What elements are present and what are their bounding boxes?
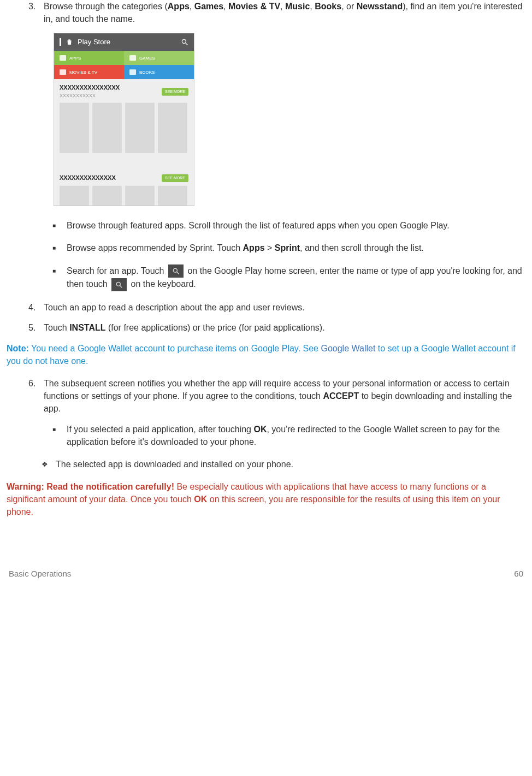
app-tile xyxy=(92,186,122,205)
step-4: 4. Touch an app to read a description ab… xyxy=(28,301,525,314)
note-label: Note: xyxy=(7,344,29,353)
step-text: Touch INSTALL (for free applications) or… xyxy=(44,321,525,334)
section-title: XXXXXXXXXXXXXX xyxy=(60,174,116,183)
bullet-text: Search for an app. Touch on the Google P… xyxy=(67,264,525,292)
phone-categories: APPS GAMES MOVIES & TV BOOKS xyxy=(54,51,194,79)
svg-line-1 xyxy=(186,43,188,45)
phone-section-2: XXXXXXXXXXXXXX SEE MORE xyxy=(54,169,194,205)
app-tile xyxy=(158,186,187,205)
app-tile xyxy=(92,103,122,153)
tile-grid xyxy=(60,103,188,153)
cat-movies: MOVIES & TV xyxy=(54,65,124,79)
bold: Apps xyxy=(168,2,190,11)
footer-page-number: 60 xyxy=(514,568,523,580)
app-tile xyxy=(125,186,155,205)
bold: Newsstand xyxy=(357,2,403,11)
phone-statusbar: Play Store xyxy=(54,33,194,51)
warning-callout: Warning: Read the notification carefully… xyxy=(7,480,525,519)
bold: OK xyxy=(194,495,207,504)
search-icon xyxy=(168,264,184,278)
label: GAMES xyxy=(139,55,155,62)
bullet-text: The selected app is downloaded and insta… xyxy=(56,458,525,471)
books-icon xyxy=(129,69,136,75)
bullet-mark: ❖ xyxy=(42,458,56,471)
text: , and then scroll through the list. xyxy=(300,243,424,252)
note-link: Google Wallet xyxy=(321,344,375,353)
step-text: Browse through the categories (Apps, Gam… xyxy=(44,0,525,25)
menu-icon xyxy=(60,38,61,46)
search-icon xyxy=(111,278,127,291)
note-text: You need a Google Wallet account to purc… xyxy=(29,344,321,353)
phone-screenshot: Play Store APPS GAMES MOVIES & TV BOOKS … xyxy=(54,33,194,206)
app-tile xyxy=(158,103,187,153)
footer-section: Basic Operations xyxy=(9,568,71,580)
text: , xyxy=(223,2,228,11)
bullet-item: ■ Search for an app. Touch on the Google… xyxy=(52,264,525,292)
step-text: The subsequent screen notifies you wheth… xyxy=(44,377,525,415)
text: on the keyboard. xyxy=(128,279,196,289)
bold: ACCEPT xyxy=(323,391,359,401)
text: Browse apps recommended by Sprint. Touch xyxy=(67,243,243,252)
cat-books: BOOKS xyxy=(124,65,194,79)
svg-point-2 xyxy=(173,269,177,273)
bullet-text: If you selected a paid application, afte… xyxy=(67,423,525,448)
bullet-text: Browse through featured apps. Scroll thr… xyxy=(67,219,525,232)
phone-section-1: XXXXXXXXXXXXXXX XXXXXXXXXXX SEE MORE xyxy=(54,79,194,153)
bold: Books xyxy=(315,2,341,11)
section-titles: XXXXXXXXXXXXXXX XXXXXXXXXXX xyxy=(60,84,120,99)
bullet-item: ■ Browse through featured apps. Scroll t… xyxy=(52,219,525,232)
text: If you selected a paid application, afte… xyxy=(67,425,253,434)
step-number: 3. xyxy=(28,0,44,25)
text: Search for an app. Touch xyxy=(67,266,167,275)
page-footer: Basic Operations 60 xyxy=(7,568,525,580)
text: Touch xyxy=(44,323,69,332)
text: > xyxy=(265,243,275,252)
app-tile xyxy=(60,186,89,205)
label: BOOKS xyxy=(139,69,155,76)
games-icon xyxy=(129,55,136,61)
text: , xyxy=(190,2,194,11)
bold: Music xyxy=(285,2,310,11)
bullet-mark: ■ xyxy=(52,264,67,292)
step-6: 6. The subsequent screen notifies you wh… xyxy=(28,377,525,415)
apps-icon xyxy=(60,55,66,61)
bullet-text: Browse apps recommended by Sprint. Touch… xyxy=(67,242,525,254)
tile-grid xyxy=(60,186,188,205)
section-header: XXXXXXXXXXXXXXX XXXXXXXXXXX SEE MORE xyxy=(60,84,188,99)
bullet-mark: ■ xyxy=(52,219,67,232)
section-title: XXXXXXXXXXXXXXX xyxy=(60,84,120,92)
section-header: XXXXXXXXXXXXXX SEE MORE xyxy=(60,174,188,183)
step-number: 4. xyxy=(28,301,44,314)
text: Browse through the categories ( xyxy=(44,2,168,11)
cat-apps: APPS xyxy=(54,51,124,65)
see-more-button: SEE MORE xyxy=(162,174,188,182)
movies-icon xyxy=(60,69,66,75)
step-text: Touch an app to read a description about… xyxy=(44,301,525,314)
play-store-icon xyxy=(66,38,73,46)
section-subtitle: XXXXXXXXXXX xyxy=(60,92,120,99)
bullet-mark: ■ xyxy=(52,242,67,254)
svg-point-4 xyxy=(117,283,121,286)
app-tile xyxy=(125,103,155,153)
app-tile xyxy=(60,103,89,153)
search-icon xyxy=(181,38,188,46)
bullet-item: ❖ The selected app is downloaded and ins… xyxy=(42,458,525,471)
label: MOVIES & TV xyxy=(69,69,97,76)
warning-label: Warning: Read the notification carefully… xyxy=(7,482,174,491)
bold: Games xyxy=(194,2,223,11)
step-5: 5. Touch INSTALL (for free applications)… xyxy=(28,321,525,334)
step-3: 3. Browse through the categories (Apps, … xyxy=(28,0,525,25)
text: , xyxy=(310,2,315,11)
svg-line-3 xyxy=(177,272,179,274)
note-callout: Note: You need a Google Wallet account t… xyxy=(7,342,525,367)
bold: INSTALL xyxy=(69,323,105,332)
bullet-item: ■ Browse apps recommended by Sprint. Tou… xyxy=(52,242,525,254)
svg-point-0 xyxy=(182,40,186,44)
bold: Apps xyxy=(243,243,265,252)
cat-games: GAMES xyxy=(124,51,194,65)
see-more-button: SEE MORE xyxy=(162,88,188,96)
text: , or xyxy=(341,2,357,11)
bold: Sprint xyxy=(275,243,300,252)
step-number: 5. xyxy=(28,321,44,334)
bold: OK xyxy=(253,425,267,434)
